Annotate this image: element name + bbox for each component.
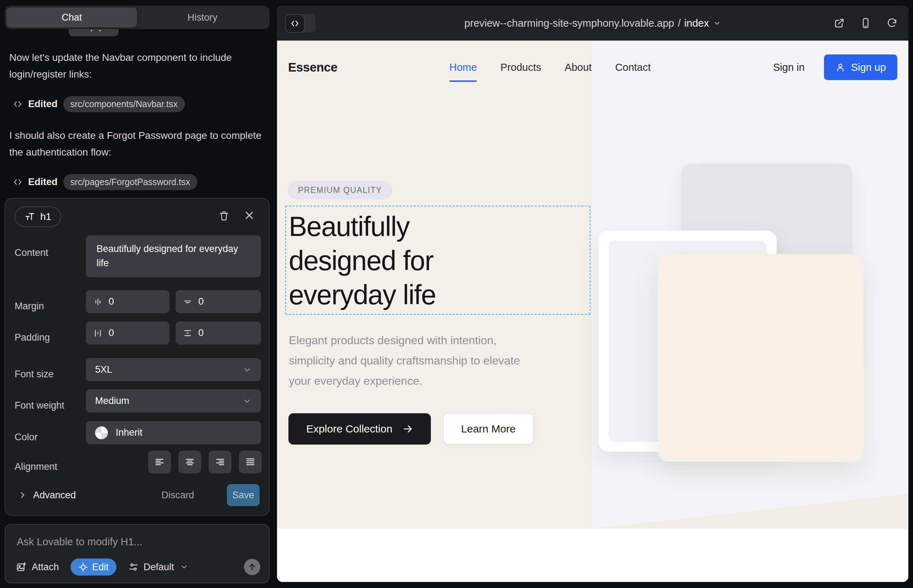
content-label: Content <box>15 247 49 258</box>
section-below-hero <box>277 528 908 582</box>
padding-horizontal-icon <box>93 328 103 338</box>
chat-messages: Now let's update the Navbar component to… <box>9 49 264 205</box>
tab-history[interactable]: History <box>137 8 268 27</box>
preview-url[interactable]: preview--charming-site-symphony.lovable.… <box>465 18 721 29</box>
nav-link-contact[interactable]: Contact <box>615 61 651 73</box>
align-right-button[interactable] <box>209 451 231 473</box>
sliders-icon <box>129 562 139 572</box>
hero-description: Elegant products designed with intention… <box>289 330 538 391</box>
color-label: Color <box>15 432 38 443</box>
file-chip[interactable]: src/components/Navbar.tsx <box>63 96 185 112</box>
padding-label: Padding <box>15 332 50 343</box>
alignment-group <box>148 451 262 473</box>
color-select[interactable]: Inherit <box>86 421 261 444</box>
arrow-right-icon <box>402 423 413 434</box>
padding-vertical-icon <box>183 328 193 338</box>
chevron-down-icon <box>180 563 188 571</box>
tab-chat[interactable]: Chat <box>6 8 137 27</box>
selected-element-tag[interactable]: h1 <box>15 207 61 227</box>
chevron-down-icon <box>243 365 252 375</box>
composer-toolbar: Attach Edit Default <box>16 559 260 575</box>
edited-file-row[interactable]: Edited src/pages/ForgotPassword.tsx <box>13 174 264 190</box>
site-navbar: Essence Home Products About Contact Sign… <box>277 40 908 94</box>
code-icon <box>13 99 23 109</box>
assistant-message: I should also create a Forgot Password p… <box>9 127 264 160</box>
color-swatch <box>95 426 108 439</box>
align-left-button[interactable] <box>148 451 171 473</box>
hero-card-cream <box>658 254 863 462</box>
preview-path: index <box>685 18 709 29</box>
edited-file-row[interactable]: Edited src/components/Navbar.tsx <box>13 96 264 112</box>
code-view-toggle[interactable] <box>285 14 316 33</box>
auth-actions: Sign in Sign up <box>773 40 897 94</box>
lovable-sidebar: Chat History Now let's update the Navbar… <box>0 0 277 588</box>
default-mode-button[interactable]: Default <box>129 562 188 573</box>
save-button[interactable]: Save <box>227 484 260 506</box>
close-panel-button[interactable] <box>244 210 254 221</box>
mobile-view-icon[interactable] <box>860 18 871 29</box>
edited-label: Edited <box>28 176 58 187</box>
edit-mode-button[interactable]: Edit <box>71 559 117 575</box>
target-icon <box>78 562 88 572</box>
padding-y-field[interactable]: 0 <box>176 321 261 344</box>
nav-link-about[interactable]: About <box>565 61 592 73</box>
padding-x-field[interactable]: 0 <box>86 321 170 344</box>
preview-browser-bar: preview--charming-site-symphony.lovable.… <box>277 6 908 40</box>
assistant-message: Now let's update the Navbar component to… <box>9 49 264 82</box>
chevron-right-icon <box>18 491 27 499</box>
advanced-toggle[interactable]: Advanced <box>18 484 76 507</box>
align-center-button[interactable] <box>178 451 201 473</box>
browser-actions <box>834 18 898 29</box>
element-selection-outline[interactable] <box>285 206 590 315</box>
typography-icon <box>24 212 35 222</box>
site-logo[interactable]: Essence <box>288 60 338 74</box>
sign-in-link[interactable]: Sign in <box>773 61 805 73</box>
margin-y-field[interactable]: 0 <box>176 290 261 313</box>
chevron-down-icon <box>713 19 721 27</box>
user-icon <box>835 62 845 72</box>
send-button[interactable] <box>244 559 260 575</box>
open-external-icon[interactable] <box>834 18 845 29</box>
margin-vertical-icon <box>183 297 193 307</box>
nav-link-home[interactable]: Home <box>449 61 477 73</box>
learn-more-button[interactable]: Learn More <box>443 413 534 444</box>
url-separator: / <box>678 18 680 29</box>
discard-button[interactable]: Discard <box>161 484 194 507</box>
content-field[interactable]: Beautifully designed for everyday life <box>86 235 261 277</box>
code-icon <box>13 177 23 187</box>
scrolled-chip-fragment <box>69 29 118 36</box>
edited-label: Edited <box>28 99 58 110</box>
font-size-select[interactable]: 5XL <box>86 358 261 381</box>
sign-up-button[interactable]: Sign up <box>824 55 897 80</box>
hero-section: Essence Home Products About Contact Sign… <box>277 40 908 528</box>
prompt-composer: Ask Lovable to modify H1... Attach Edit … <box>5 524 270 583</box>
margin-label: Margin <box>15 301 44 312</box>
margin-x-field[interactable]: 0 <box>86 290 170 313</box>
attach-image-icon <box>16 562 27 572</box>
chevron-down-icon <box>243 396 252 406</box>
alignment-label: Alignment <box>15 461 57 472</box>
delete-element-button[interactable] <box>218 210 230 221</box>
element-editor-panel: h1 Content Beautifully designed for ever… <box>5 198 270 516</box>
chat-history-tabbar: Chat History <box>5 6 270 29</box>
premium-badge: PREMIUM QUALITY <box>288 181 392 199</box>
font-weight-label: Font weight <box>15 400 65 411</box>
preview-window: preview--charming-site-symphony.lovable.… <box>277 6 908 582</box>
attach-button[interactable]: Attach <box>16 562 59 573</box>
preview-domain: preview--charming-site-symphony.lovable.… <box>465 18 674 29</box>
tag-label: h1 <box>40 211 51 223</box>
font-weight-select[interactable]: Medium <box>86 389 261 412</box>
refresh-icon[interactable] <box>886 18 898 29</box>
file-chip[interactable]: src/pages/ForgotPassword.tsx <box>63 174 197 190</box>
nav-link-products[interactable]: Products <box>500 61 541 73</box>
align-justify-button[interactable] <box>239 451 262 473</box>
explore-collection-button[interactable]: Explore Collection <box>288 413 431 444</box>
site-nav-links: Home Products About Contact <box>449 40 651 94</box>
font-size-label: Font size <box>15 369 54 380</box>
site-viewport: Essence Home Products About Contact Sign… <box>277 40 908 582</box>
margin-horizontal-icon <box>93 297 103 307</box>
hero-cta-row: Explore Collection Learn More <box>288 413 534 444</box>
prompt-input[interactable]: Ask Lovable to modify H1... <box>17 536 142 548</box>
editor-footer: Advanced Discard Save <box>5 484 269 507</box>
code-icon <box>285 14 305 33</box>
